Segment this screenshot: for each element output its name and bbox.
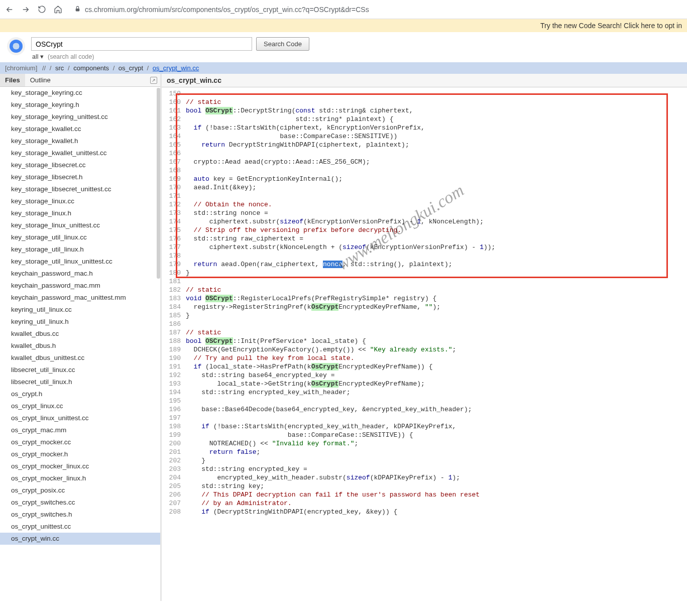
code-line[interactable]: 182// static	[162, 286, 687, 294]
code-line[interactable]: 196 base::Base64Decode(base64_encrypted_…	[162, 405, 687, 414]
code-line[interactable]: 179 return aead.Open(raw_ciphertext, non…	[162, 260, 687, 269]
code-line[interactable]: 193 local_state->GetString(kOsCryptEncry…	[162, 380, 687, 388]
file-item[interactable]: os_crypt_mac.mm	[0, 424, 160, 436]
code-line[interactable]: 201 return false;	[162, 448, 687, 456]
code-line[interactable]: 202 }	[162, 456, 687, 465]
code-line[interactable]: 205 std::string key;	[162, 482, 687, 490]
file-item[interactable]: key_storage_kwallet.cc	[0, 123, 160, 135]
back-icon[interactable]	[5, 5, 14, 14]
file-item[interactable]: os_crypt.h	[0, 388, 160, 400]
file-item[interactable]: key_storage_util_linux.h	[0, 243, 160, 256]
code-line[interactable]: 167 crypto::Aead aead(crypto::Aead::AES_…	[162, 158, 687, 166]
code-line[interactable]: 178	[162, 252, 687, 260]
file-item[interactable]: kwallet_dbus.h	[0, 340, 160, 352]
file-item[interactable]: keyring_util_linux.h	[0, 316, 160, 328]
code-line[interactable]: 190 // Try and pull the key from local s…	[162, 354, 687, 362]
file-item[interactable]: key_storage_kwallet.h	[0, 135, 160, 147]
file-item[interactable]: os_crypt_switches.cc	[0, 497, 160, 509]
file-item[interactable]: os_crypt_mocker.cc	[0, 436, 160, 448]
code-line[interactable]: 163 if (!base::StartsWith(ciphertext, kE…	[162, 124, 687, 132]
code-line[interactable]: 177 ciphertext.substr(kNonceLength + (si…	[162, 243, 687, 252]
code-line[interactable]: 181	[162, 277, 687, 286]
code-line[interactable]: 191 if (local_state->HasPrefPath(kOsCryp…	[162, 362, 687, 371]
address-bar[interactable]: cs.chromium.org/chromium/src/components/…	[69, 3, 682, 17]
file-item[interactable]: key_storage_libsecret.h	[0, 171, 160, 183]
code-line[interactable]: 194 std::string encrypted_key_with_heade…	[162, 388, 687, 397]
code-line[interactable]: 184 registry->RegisterStringPref(kOsCryp…	[162, 303, 687, 311]
code-line[interactable]: 170 aead.Init(&key);	[162, 183, 687, 192]
file-item[interactable]: kwallet_dbus.cc	[0, 328, 160, 340]
breadcrumb-part[interactable]: components	[73, 64, 109, 72]
code-line[interactable]: 208 if (DecryptStringWithDPAPI(encrypted…	[162, 508, 687, 516]
file-item[interactable]: kwallet_dbus_unittest.cc	[0, 352, 160, 364]
file-item[interactable]: os_crypt_mocker.h	[0, 448, 160, 460]
code-line[interactable]: 206 // This DPAPI decryption can fail if…	[162, 490, 687, 499]
code-line[interactable]: 186	[162, 320, 687, 328]
file-item[interactable]: os_crypt_unittest.cc	[0, 521, 160, 533]
code-line[interactable]: 162 std::string* plaintext) {	[162, 115, 687, 124]
code-line[interactable]: 187// static	[162, 328, 687, 337]
code-line[interactable]: 189 DCHECK(GetEncryptionKeyFactory().emp…	[162, 345, 687, 354]
file-item[interactable]: keychain_password_mac.mm	[0, 280, 160, 292]
code-line[interactable]: 192 std::string base64_encrypted_key =	[162, 371, 687, 380]
file-item[interactable]: keyring_util_linux.cc	[0, 304, 160, 316]
file-item[interactable]: os_crypt_mocker_linux.h	[0, 472, 160, 484]
sidebar-scrollbar[interactable]	[157, 88, 160, 279]
code-line[interactable]: 200 NOTREACHED() << "Invalid key format.…	[162, 439, 687, 448]
file-item[interactable]: key_storage_kwallet_unittest.cc	[0, 147, 160, 159]
code-line[interactable]: 171	[162, 192, 687, 200]
code-line[interactable]: 183void OSCrypt::RegisterLocalPrefs(Pref…	[162, 294, 687, 303]
tab-files[interactable]: Files	[0, 74, 25, 86]
code-line[interactable]: 164 base::CompareCase::SENSITIVE))	[162, 132, 687, 141]
code-body[interactable]: www.meilongkui.com 159160// static161boo…	[162, 87, 687, 601]
file-item[interactable]: os_crypt_linux_unittest.cc	[0, 412, 160, 424]
code-line[interactable]: 204 encrypted_key_with_header.substr(siz…	[162, 473, 687, 482]
code-line[interactable]: 173 std::string nonce =	[162, 209, 687, 217]
code-line[interactable]: 172 // Obtain the nonce.	[162, 200, 687, 209]
file-item[interactable]: os_crypt_posix.cc	[0, 484, 160, 497]
code-line[interactable]: 203 std::string encrypted_key =	[162, 465, 687, 473]
code-line[interactable]: 159	[162, 89, 687, 98]
code-line[interactable]: 160// static	[162, 98, 687, 106]
file-item[interactable]: key_storage_util_linux.cc	[0, 231, 160, 243]
file-item[interactable]: key_storage_linux.h	[0, 207, 160, 219]
code-line[interactable]: 161bool OSCrypt::DecryptString(const std…	[162, 106, 687, 115]
search-button[interactable]: Search Code	[256, 37, 309, 51]
code-line[interactable]: 168	[162, 166, 687, 175]
breadcrumb-part[interactable]: os_crypt	[119, 64, 143, 72]
file-item[interactable]: key_storage_keyring.cc	[0, 87, 160, 99]
file-item[interactable]: key_storage_libsecret_unittest.cc	[0, 183, 160, 195]
reload-icon[interactable]	[37, 5, 46, 14]
breadcrumb-root[interactable]: [chromium]	[5, 64, 37, 72]
code-line[interactable]: 197	[162, 414, 687, 422]
code-line[interactable]: 185}	[162, 311, 687, 320]
file-item[interactable]: os_crypt_switches.h	[0, 509, 160, 521]
file-item[interactable]: key_storage_libsecret.cc	[0, 159, 160, 171]
code-line[interactable]: 169 auto key = GetEncryptionKeyInternal(…	[162, 175, 687, 183]
code-line[interactable]: 180}	[162, 269, 687, 277]
code-line[interactable]: 199 base::CompareCase::SENSITIVE)) {	[162, 431, 687, 439]
code-line[interactable]: 176 std::string raw_ciphertext =	[162, 234, 687, 243]
popout-icon[interactable]: ↗	[150, 77, 157, 84]
code-line[interactable]: 188bool OSCrypt::Init(PrefService* local…	[162, 337, 687, 345]
code-line[interactable]: 165 return DecryptStringWithDPAPI(cipher…	[162, 141, 687, 149]
file-item[interactable]: os_crypt_win.cc	[0, 533, 160, 545]
file-item[interactable]: libsecret_util_linux.h	[0, 376, 160, 388]
file-item[interactable]: key_storage_linux_unittest.cc	[0, 219, 160, 231]
code-line[interactable]: 166	[162, 149, 687, 158]
code-line[interactable]: 174 ciphertext.substr(sizeof(kEncryption…	[162, 217, 687, 226]
code-line[interactable]: 198 if (!base::StartsWith(encrypted_key_…	[162, 422, 687, 431]
breadcrumb-current[interactable]: os_crypt_win.cc	[153, 64, 199, 72]
breadcrumb-part[interactable]: src	[55, 64, 64, 72]
forward-icon[interactable]	[21, 5, 30, 14]
promo-banner[interactable]: Try the new Code Search! Click here to o…	[0, 19, 687, 32]
file-item[interactable]: keychain_password_mac.h	[0, 268, 160, 280]
file-item[interactable]: os_crypt_mocker_linux.cc	[0, 460, 160, 472]
scope-all[interactable]: all ▾	[32, 53, 44, 60]
file-item[interactable]: key_storage_keyring.h	[0, 99, 160, 111]
home-icon[interactable]	[53, 5, 62, 14]
file-item[interactable]: key_storage_linux.cc	[0, 195, 160, 207]
file-item[interactable]: os_crypt_linux.cc	[0, 400, 160, 412]
code-line[interactable]: 207 // by an Administrator.	[162, 499, 687, 508]
file-item[interactable]: keychain_password_mac_unittest.mm	[0, 292, 160, 304]
